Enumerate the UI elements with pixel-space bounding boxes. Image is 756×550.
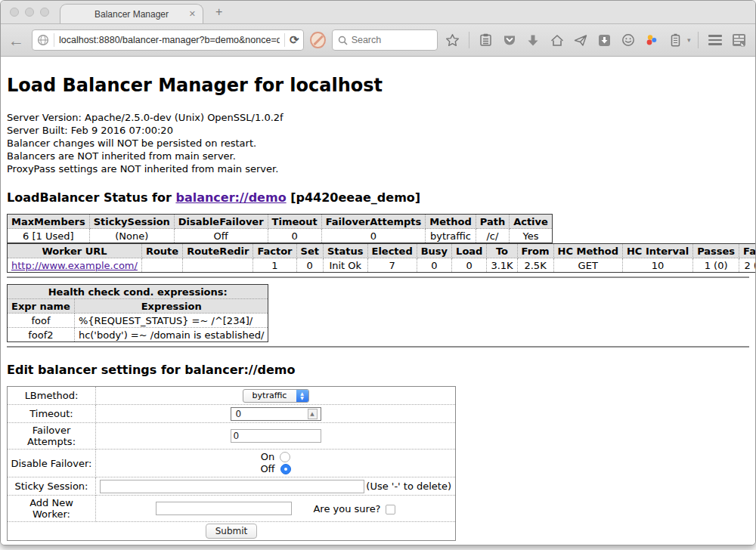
dropdown-caret-icon[interactable]: ▾ [687,36,691,44]
url-divider-right [284,33,285,47]
failover-attempts-row: Failover Attempts: 0 [8,423,456,450]
lbmethod-select[interactable]: bytraffic ▲▼ [243,389,309,403]
pocket-icon[interactable] [500,34,518,47]
block-icon[interactable] [310,32,325,48]
edit-balancer-form: LBmethod: bytraffic ▲▼ Timeout: 0 ▲ [7,386,456,541]
navigation-toolbar: ← ⟳ [1,23,755,57]
balancer-demo-link[interactable]: balancer://demo [175,190,286,205]
tab-close-icon[interactable]: ✕ [189,9,196,19]
home-icon[interactable] [548,34,565,47]
worker-col-header: Fails [739,244,755,258]
disable-failover-row: Disable Failover: On Off [8,450,456,477]
page-title: Load Balancer Manager for localhost [7,75,749,96]
add-worker-row: Add New Worker: Are you sure? [8,496,456,522]
section-divider-1 [7,277,749,278]
worker-cell: 7 [367,258,417,273]
page-content: Load Balancer Manager for localhost Serv… [1,57,755,545]
new-tab-button[interactable]: + [215,5,222,19]
are-you-sure-label: Are you sure? [313,503,395,514]
worker-col-header: Status [323,244,367,258]
worker-col-header: HC Method [553,244,622,258]
health-col-header: Expression [74,299,268,314]
timeout-value: 0 [234,409,308,419]
zoom-window-button[interactable] [40,8,49,17]
status-heading-prefix: LoadBalancer Status for [7,190,175,205]
battery-icon[interactable] [667,33,684,47]
server-info: Server Version: Apache/2.5.0-dev (Unix) … [7,111,749,175]
extension-dots-icon[interactable] [643,33,660,47]
disable-failover-label: Disable Failover: [8,450,96,477]
expression-cell: hc('body') =~ /domain is established/ [74,328,268,342]
worker-col-header: Elected [367,244,417,258]
download-box-icon[interactable] [596,34,613,47]
worker-url-link[interactable]: http://www.example.com/ [11,260,138,271]
lbmethod-selected-value: bytraffic [243,391,296,400]
reload-icon[interactable]: ⟳ [290,33,299,47]
forum-smiley-icon[interactable] [619,33,637,47]
are-you-sure-checkbox[interactable] [386,505,395,514]
sticky-session-note: (Use '-' to delete) [366,480,451,492]
balancer-col-header: FailoverAttempts [321,215,426,229]
toolbar-divider [469,32,469,48]
health-table-title: Health check cond. expressions: [8,285,268,299]
balancer-col-header: Active [510,215,553,229]
worker-col-header: Load [452,244,487,258]
add-worker-input[interactable] [156,502,292,515]
expr-name-cell: foof [8,314,75,328]
sidebar-grid-icon[interactable] [730,33,748,47]
balancer-cell: Yes [510,229,553,243]
reading-list-icon[interactable] [477,33,494,47]
worker-col-header: HC Interval [622,244,692,258]
toolbar-divider-2 [698,32,699,48]
balancer-cell: (None) [89,229,174,243]
minimize-window-button[interactable] [25,8,34,17]
expr-name-cell: foof2 [8,328,75,342]
expression-cell: %{REQUEST_STATUS} =~ /^[234]/ [74,314,268,328]
failover-attempts-input[interactable]: 0 [231,429,321,443]
lbmethod-row: LBmethod: bytraffic ▲▼ [8,387,456,405]
browser-window: Balancer Manager ✕ + ← ⟳ [0,0,756,545]
search-bar[interactable] [332,29,438,51]
sticky-session-row: Sticky Session: (Use '-' to delete) [8,477,456,496]
menu-icon[interactable] [706,35,723,45]
submit-button[interactable]: Submit [206,524,258,539]
worker-col-header: To [487,244,517,258]
worker-cell: 2 (0) [739,258,755,273]
url-input[interactable] [59,35,280,45]
balancer-cell: 0 [321,229,426,243]
balancer-cell: 6 [1 Used] [8,229,90,243]
submit-row: Submit [8,522,456,541]
number-spinner-icon[interactable]: ▲ [308,409,318,419]
failover-attempts-label: Failover Attempts: [8,423,96,450]
balancer-col-header: DisableFailover [174,215,268,229]
sticky-session-input[interactable] [100,480,364,493]
url-bar[interactable]: ⟳ [32,29,304,51]
health-col-header: Expr name [8,299,75,314]
radio-on[interactable] [280,452,290,462]
worker-col-header: Worker URL [8,244,142,258]
back-icon[interactable]: ← [8,32,24,48]
worker-cell: GET [553,258,622,273]
tab-balancer-manager[interactable]: Balancer Manager ✕ [60,4,203,23]
timeout-input[interactable]: 0 ▲ [231,407,321,421]
worker-cell: 1 (0) [693,258,739,273]
bookmark-star-icon[interactable] [444,33,461,48]
url-divider [54,33,54,47]
timeout-label: Timeout: [8,405,96,423]
edit-settings-heading: Edit balancer settings for balancer://de… [7,363,749,377]
worker-col-header: Factor [253,244,296,258]
section-divider-2 [7,346,749,348]
radio-off[interactable] [280,464,291,474]
health-row-foof2: foof2 hc('body') =~ /domain is establish… [8,328,268,342]
downloads-icon[interactable] [525,34,542,47]
worker-col-header: Busy [417,244,451,258]
health-check-table: Health check cond. expressions: Expr nam… [7,284,268,342]
balancer-col-header: Path [476,215,509,229]
server-built-line: Server Built: Feb 9 2016 07:00:20 [7,124,749,137]
worker-cell: 0 [296,258,323,273]
search-input[interactable] [352,35,432,45]
send-tab-icon[interactable] [572,34,589,47]
search-icon [338,36,348,45]
close-window-button[interactable] [10,8,19,17]
radio-on-label: On [261,451,274,463]
